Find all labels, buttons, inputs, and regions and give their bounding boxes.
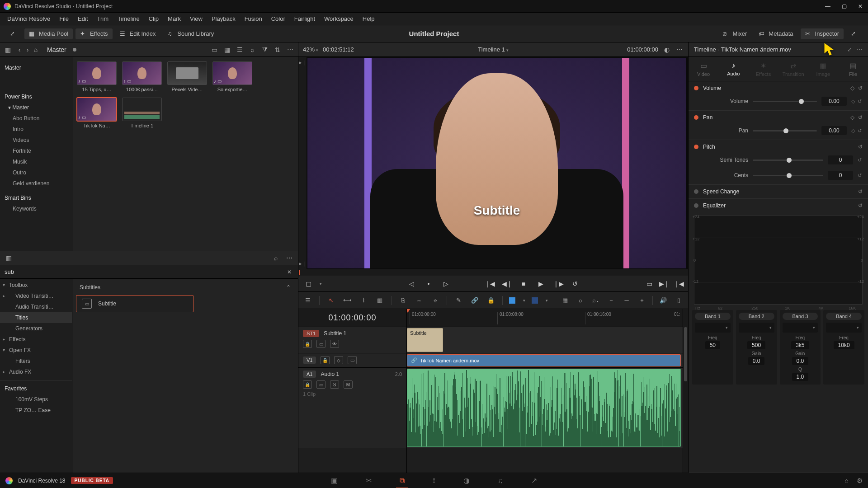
- overwrite-button[interactable]: ⎓: [414, 296, 424, 305]
- marker-button[interactable]: [532, 297, 538, 304]
- fx-group-header[interactable]: Subtitles⌃: [76, 282, 294, 292]
- page-media[interactable]: ▣: [327, 476, 341, 485]
- audio-track-badge[interactable]: A1: [303, 371, 316, 378]
- menu-workspace[interactable]: Workspace: [320, 15, 358, 22]
- panel-expand-right-button[interactable]: ⤢: [846, 28, 863, 39]
- track-lock-icon[interactable]: 🔒: [303, 340, 312, 348]
- next-marker-button[interactable]: ▷: [441, 280, 450, 287]
- fx-cat-filters[interactable]: Filters: [0, 356, 72, 366]
- flag-button[interactable]: [509, 297, 515, 304]
- inspector-tab-video[interactable]: ▭Video: [689, 57, 718, 81]
- band-shape-dropdown[interactable]: ▾: [739, 323, 774, 333]
- stop-button[interactable]: ■: [519, 280, 528, 287]
- smartbin-item[interactable]: Keywords: [0, 203, 72, 214]
- bypass-grade-button[interactable]: ◐: [663, 46, 671, 54]
- reset-icon[interactable]: ↺: [858, 202, 863, 209]
- metadata-toggle[interactable]: 🏷Metadata: [754, 28, 797, 39]
- zoom-pan-button[interactable]: ▦: [560, 296, 570, 305]
- fx-cat-effects[interactable]: ▸Effects: [0, 334, 72, 345]
- keyframe-icon[interactable]: ◇: [851, 128, 855, 134]
- page-fairlight[interactable]: ♫: [494, 476, 507, 485]
- band-freq-value[interactable]: 50: [705, 341, 720, 349]
- smart-bins-header[interactable]: Smart Bins: [0, 192, 72, 203]
- inspector-tab-audio[interactable]: ♪Audio: [718, 57, 748, 81]
- cents-value[interactable]: 0: [828, 171, 853, 180]
- band-shape-dropdown[interactable]: ▾: [826, 323, 862, 333]
- blade-tool[interactable]: ▥: [375, 296, 385, 305]
- project-settings-button[interactable]: ⚙: [857, 477, 863, 485]
- viewer-mode-button[interactable]: ▢: [304, 280, 313, 287]
- viewer-zoom[interactable]: 42%▾: [303, 46, 318, 53]
- track-lock-icon[interactable]: 🔒: [303, 380, 312, 389]
- band-shape-dropdown[interactable]: ▾: [695, 323, 731, 333]
- video-clip[interactable]: 🔗TikTok Namen ändern.mov: [407, 354, 681, 366]
- mixer-toggle[interactable]: ⎚Mixer: [718, 28, 752, 39]
- playhead[interactable]: [408, 309, 408, 327]
- page-cut[interactable]: ✂: [362, 476, 375, 485]
- selection-tool[interactable]: ↖: [326, 296, 336, 305]
- sound-library-toggle[interactable]: ♫Sound Library: [163, 28, 218, 39]
- powerbin-item[interactable]: Videos: [0, 135, 72, 145]
- eq-band-3[interactable]: Band 3 ▾ Freq3k5 Gain0.0 Q1.0: [780, 310, 821, 385]
- link-button[interactable]: 🔗: [470, 296, 480, 305]
- keyframe-icon[interactable]: ◇: [850, 114, 854, 121]
- nav-back-button[interactable]: ‹: [15, 46, 24, 54]
- semitones-value[interactable]: 0: [828, 155, 853, 164]
- subtitle-clip[interactable]: Subtitle: [407, 328, 443, 352]
- menu-clip[interactable]: Clip: [144, 15, 163, 22]
- track-arm-icon[interactable]: ▭: [316, 380, 326, 389]
- detail-zoom-button[interactable]: ⌕: [576, 296, 585, 305]
- filter-button[interactable]: ⧩: [261, 46, 269, 54]
- reset-icon[interactable]: ↺: [858, 114, 863, 121]
- window-minimize-button[interactable]: —: [824, 2, 832, 10]
- eq-band-1[interactable]: Band 1 ▾ Freq50: [692, 310, 733, 385]
- inspector-tab-file[interactable]: ▤File: [838, 57, 868, 81]
- fx-cat-openfx[interactable]: ▾Open FX: [0, 345, 72, 356]
- page-deliver[interactable]: ↗: [528, 476, 541, 485]
- thumb-view-button[interactable]: ▦: [223, 46, 231, 54]
- track-mute-icon[interactable]: M: [344, 380, 353, 389]
- powerbin-item[interactable]: Intro: [0, 124, 72, 135]
- menu-trim[interactable]: Trim: [93, 15, 113, 22]
- zoom-out-button[interactable]: −: [606, 296, 616, 305]
- fx-search-clear[interactable]: ✕: [285, 269, 293, 275]
- marker-dot[interactable]: ●: [424, 282, 433, 286]
- inspector-toggle[interactable]: ✂Inspector: [801, 28, 844, 39]
- inspector-expand-button[interactable]: ⤢: [847, 46, 852, 53]
- reset-icon[interactable]: ↺: [858, 99, 862, 104]
- reset-icon[interactable]: ↺: [858, 85, 863, 91]
- track-disable-icon[interactable]: ▭: [348, 356, 357, 364]
- page-fusion[interactable]: ⟟: [429, 476, 439, 485]
- viewer-timeline-name[interactable]: Timeline 1▾: [478, 46, 508, 53]
- menu-file[interactable]: File: [55, 15, 73, 22]
- eq-section-header[interactable]: Equalizer↺: [689, 199, 868, 212]
- menu-mark[interactable]: Mark: [163, 15, 185, 22]
- fx-favorite-item[interactable]: TP ZO… Ease: [0, 405, 72, 416]
- match-frame-button[interactable]: ▸❘: [299, 60, 306, 66]
- timeline-vscrollbar[interactable]: [683, 309, 688, 473]
- timeline-timecode[interactable]: 01:00:00:00: [298, 309, 406, 327]
- fx-cat-toolbox[interactable]: ▾Toolbox: [0, 280, 72, 291]
- speed-section-header[interactable]: Speed Change↺: [689, 185, 868, 198]
- powerbin-item[interactable]: Outro: [0, 167, 72, 178]
- keyframe-icon[interactable]: ◇: [851, 99, 855, 104]
- viewer-canvas[interactable]: Subtitle: [307, 58, 686, 268]
- pan-slider[interactable]: [753, 130, 817, 131]
- eq-band-2[interactable]: Band 2 ▾ Freq500 Gain0.0: [736, 310, 777, 385]
- bin-master[interactable]: Master: [0, 62, 72, 73]
- effects-toggle[interactable]: ✦Effects: [75, 28, 113, 39]
- dynamic-trim-tool[interactable]: ⌇: [359, 296, 368, 305]
- track-auto-icon[interactable]: ▭: [316, 340, 326, 348]
- collapse-icon[interactable]: ⌃: [286, 284, 291, 291]
- fx-cat-audiofx[interactable]: ▸Audio FX: [0, 366, 72, 377]
- fx-cat-video-transitions[interactable]: ▸Video Transiti…: [0, 291, 72, 301]
- jump-button[interactable]: ▸❘: [299, 261, 306, 267]
- video-track-badge[interactable]: V1: [303, 357, 316, 364]
- band-freq-value[interactable]: 500: [747, 341, 765, 349]
- cents-slider[interactable]: [753, 175, 823, 176]
- subtitle-track-badge[interactable]: ST1: [303, 330, 319, 337]
- viewer-timecode[interactable]: 01:00:00:00: [627, 46, 658, 53]
- eq-band-4[interactable]: Band 4 ▾ Freq10k0: [823, 310, 864, 385]
- menu-help[interactable]: Help: [358, 15, 379, 22]
- fx-cat-audio-transitions[interactable]: Audio Transiti…: [0, 301, 72, 312]
